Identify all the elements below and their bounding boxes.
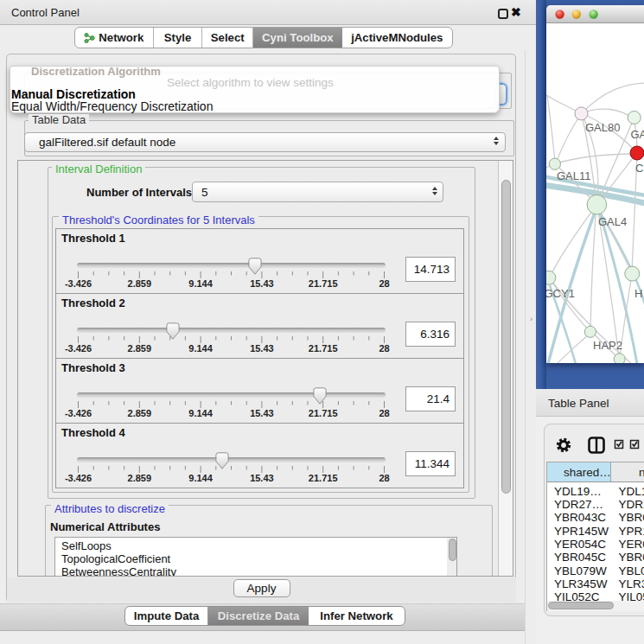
svg-text:GCY1: GCY1 — [546, 287, 575, 300]
svg-text:GAL4: GAL4 — [598, 215, 627, 228]
svg-text:HAP2: HAP2 — [593, 339, 622, 352]
svg-text:C: C — [635, 162, 643, 175]
svg-text:GA: GA — [631, 128, 644, 141]
svg-text:H: H — [634, 287, 642, 300]
svg-text:GAL80: GAL80 — [585, 121, 620, 134]
svg-text:GAL11: GAL11 — [557, 169, 591, 182]
